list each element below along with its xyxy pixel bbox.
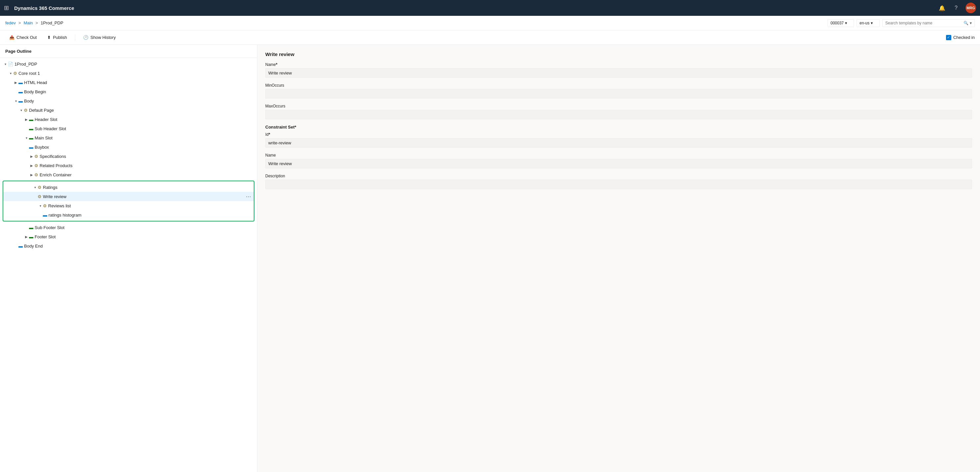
- expand-icon-core-root-1[interactable]: ▾: [8, 71, 13, 75]
- tree-node-write-review[interactable]: ⚙ Write review ⋯: [3, 192, 254, 201]
- form-label-description: Description: [265, 174, 972, 178]
- breadcrumb-main[interactable]: Main: [24, 21, 33, 25]
- container-icon-ratings: ⚙: [38, 185, 41, 190]
- container-icon-write-review: ⚙: [38, 194, 41, 199]
- tree-node-ratings[interactable]: ▾ ⚙ Ratings: [3, 182, 254, 192]
- tree-node-enrich-container[interactable]: ▶ ⚙ Enrich Container: [0, 170, 257, 179]
- node-label-related-products: Related Products: [40, 163, 73, 168]
- expand-icon-body[interactable]: ▾: [13, 99, 19, 103]
- tree-node-body[interactable]: ▾ ▬ Body: [0, 96, 257, 106]
- expand-icon-html-head[interactable]: ▶: [13, 81, 19, 84]
- breadcrumb-sep-1: >: [19, 21, 21, 25]
- tree-node-body-end[interactable]: ▬ Body End: [0, 241, 257, 250]
- expand-icon-footer-slot[interactable]: ▶: [24, 235, 29, 239]
- slot-icon-footer: ▬: [29, 234, 33, 239]
- template-search-box[interactable]: 🔍 ▾: [882, 19, 975, 27]
- show-history-button[interactable]: 🕐 Show History: [79, 33, 120, 42]
- checked-in-label: Checked in: [953, 35, 975, 40]
- version-dropdown[interactable]: 000037 ▾: [827, 19, 854, 27]
- show-history-label: Show History: [91, 35, 116, 40]
- tree-node-related-products[interactable]: ▶ ⚙ Related Products: [0, 161, 257, 170]
- container-icon-related-products: ⚙: [34, 163, 38, 168]
- expand-icon-specifications[interactable]: ▶: [29, 155, 34, 158]
- form-group-id: Id*: [265, 132, 972, 148]
- node-label-reviews-list: Reviews list: [48, 203, 71, 208]
- breadcrumb-controls: 000037 ▾ en-us ▾ 🔍 ▾: [827, 19, 975, 27]
- tree-node-ratings-histogram[interactable]: ▬ ratings histogram: [3, 210, 254, 220]
- name-input[interactable]: [265, 68, 972, 78]
- page-tree: ▾ 📄 1Prod_PDP ▾ ⚙ Core root 1 ▶ ▬ HTML H…: [0, 58, 257, 252]
- search-dropdown-icon[interactable]: ▾: [970, 21, 972, 25]
- node-label-ratings: Ratings: [43, 185, 57, 190]
- module-icon-body-begin: ▬: [19, 89, 23, 94]
- language-dropdown[interactable]: en-us ▾: [857, 19, 880, 27]
- tree-node-default-page[interactable]: ▾ ⚙ Default Page: [0, 106, 257, 115]
- search-input[interactable]: [885, 21, 962, 25]
- search-icon[interactable]: 🔍: [964, 21, 969, 25]
- form-label-max-occurs: MaxOccurs: [265, 104, 972, 108]
- constraint-name-input[interactable]: [265, 159, 972, 168]
- slot-icon-sub-header: ▬: [29, 126, 33, 131]
- expand-icon-enrich-container[interactable]: ▶: [29, 173, 34, 177]
- tree-node-body-begin[interactable]: ▬ Body Begin: [0, 87, 257, 96]
- publish-button[interactable]: ⬆ Publish: [43, 33, 71, 42]
- tree-node-1prod-pdp[interactable]: ▾ 📄 1Prod_PDP: [0, 59, 257, 68]
- breadcrumb-bar: fedev > Main > 1Prod_PDP 000037 ▾ en-us …: [0, 16, 980, 30]
- container-icon-default-page: ⚙: [24, 108, 28, 113]
- expand-icon-reviews-list[interactable]: ▾: [38, 204, 43, 207]
- breadcrumb-fedev[interactable]: fedev: [5, 21, 16, 25]
- node-label-default-page: Default Page: [29, 108, 54, 113]
- notifications-icon[interactable]: 🔔: [939, 5, 945, 11]
- expand-icon-default-page[interactable]: ▾: [19, 108, 24, 112]
- expand-icon-1prod-pdp[interactable]: ▾: [3, 62, 8, 66]
- form-group-name: Name*: [265, 62, 972, 78]
- description-input[interactable]: [265, 180, 972, 189]
- min-occurs-input[interactable]: [265, 89, 972, 98]
- checked-in-status: ✓ Checked in: [946, 35, 975, 40]
- tree-node-reviews-list[interactable]: ▾ ⚙ Reviews list: [3, 201, 254, 210]
- tree-node-footer-slot[interactable]: ▶ ▬ Footer Slot: [0, 232, 257, 241]
- publish-label: Publish: [53, 35, 67, 40]
- id-input[interactable]: [265, 138, 972, 148]
- more-options-icon[interactable]: ⋯: [246, 193, 251, 200]
- module-icon-html-head: ▬: [19, 80, 23, 85]
- form-group-constraint-name: Name: [265, 153, 972, 168]
- check-out-button[interactable]: 📤 Check Out: [5, 33, 41, 42]
- form-label-min-occurs: MinOccurs: [265, 83, 972, 88]
- expand-icon-header-slot[interactable]: ▶: [24, 118, 29, 121]
- version-value: 000037: [830, 21, 844, 25]
- avatar[interactable]: MRG: [966, 3, 976, 13]
- expand-icon-ratings[interactable]: ▾: [32, 185, 38, 189]
- node-label-header-slot: Header Slot: [35, 117, 57, 122]
- node-label-ratings-histogram: ratings histogram: [48, 212, 81, 217]
- app-grid-icon[interactable]: ⊞: [4, 4, 9, 11]
- toolbar: 📤 Check Out ⬆ Publish 🕐 Show History ✓ C…: [0, 30, 980, 45]
- tree-node-specifications[interactable]: ▶ ⚙ Specifications: [0, 152, 257, 161]
- version-chevron-icon: ▾: [845, 21, 847, 25]
- language-value: en-us: [859, 21, 869, 25]
- expand-icon-main-slot[interactable]: ▾: [24, 136, 29, 140]
- selection-box: ▾ ⚙ Ratings ⚙ Write review ⋯ ▾ ⚙ Reviews…: [3, 181, 255, 222]
- container-icon-specifications: ⚙: [34, 154, 38, 159]
- show-history-icon: 🕐: [83, 35, 88, 40]
- help-icon[interactable]: ?: [955, 5, 958, 11]
- tree-node-sub-header-slot[interactable]: ▬ Sub Header Slot: [0, 124, 257, 133]
- left-panel: Page Outline ▾ 📄 1Prod_PDP ▾ ⚙ Core root…: [0, 45, 258, 472]
- expand-icon-related-products[interactable]: ▶: [29, 164, 34, 168]
- node-label-buybox: Buybox: [35, 145, 49, 150]
- module-icon-ratings-histogram: ▬: [43, 212, 47, 217]
- page-outline-title: Page Outline: [0, 45, 257, 58]
- max-occurs-input[interactable]: [265, 110, 972, 119]
- form-label-constraint-name: Name: [265, 153, 972, 158]
- tree-node-core-root-1[interactable]: ▾ ⚙ Core root 1: [0, 68, 257, 78]
- node-label-body-end: Body End: [24, 244, 43, 249]
- tree-node-html-head[interactable]: ▶ ▬ HTML Head: [0, 78, 257, 87]
- node-label-footer-slot: Footer Slot: [35, 234, 56, 239]
- node-label-sub-header-slot: Sub Header Slot: [35, 126, 66, 131]
- tree-node-sub-footer-slot[interactable]: ▬ Sub Footer Slot: [0, 223, 257, 232]
- tree-node-main-slot[interactable]: ▾ ▬ Main Slot: [0, 133, 257, 143]
- module-icon-body-end: ▬: [19, 244, 23, 249]
- tree-node-header-slot[interactable]: ▶ ▬ Header Slot: [0, 115, 257, 124]
- tree-node-buybox[interactable]: ▬ Buybox: [0, 143, 257, 152]
- form-group-description: Description: [265, 174, 972, 189]
